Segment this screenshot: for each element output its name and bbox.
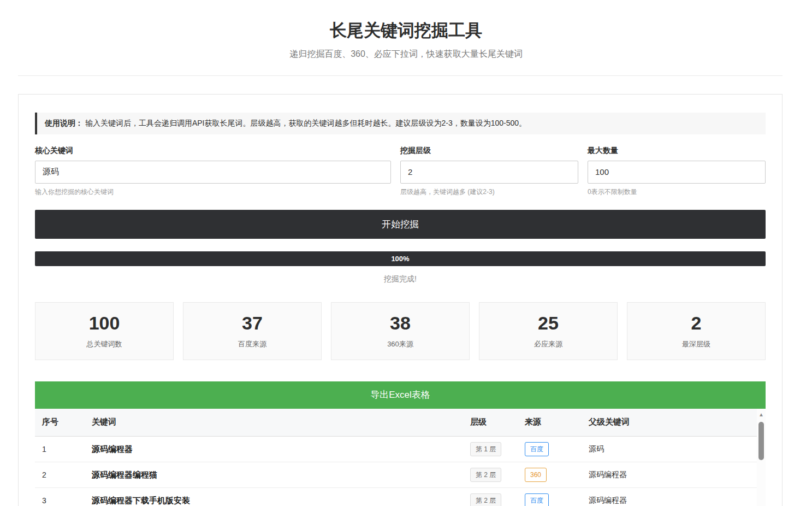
scrollbar-thumb[interactable] — [758, 422, 764, 460]
table-row: 2 源码编程器编程猫 第 2 层 360 源码编程器 — [35, 462, 757, 488]
stat-value: 38 — [331, 313, 469, 333]
mining-form: 核心关键词 输入你想挖掘的核心关键词 挖掘层级 层级越高，关键词越多 (建议2-… — [35, 146, 766, 197]
stat-value: 100 — [35, 313, 173, 333]
progress-bar: 100% — [35, 251, 766, 266]
usage-notice-text: 输入关键词后，工具会递归调用API获取长尾词。层级越高，获取的关键词越多但耗时越… — [85, 119, 526, 127]
header-divider — [18, 75, 783, 76]
cell-index: 2 — [35, 462, 85, 488]
stat-label: 最深层级 — [627, 339, 765, 349]
mining-level-label: 挖掘层级 — [400, 146, 578, 156]
core-keyword-hint: 输入你想挖掘的核心关键词 — [35, 187, 391, 197]
field-core-keyword: 核心关键词 输入你想挖掘的核心关键词 — [35, 146, 391, 197]
stat-max-depth: 2 最深层级 — [627, 302, 766, 360]
source-badge: 百度 — [525, 442, 549, 456]
field-max-count: 最大数量 0表示不限制数量 — [588, 146, 766, 197]
level-badge: 第 1 层 — [470, 442, 501, 456]
page-title: 长尾关键词挖掘工具 — [0, 21, 812, 40]
page-header: 长尾关键词挖掘工具 递归挖掘百度、360、必应下拉词，快速获取大量长尾关键词 — [0, 0, 812, 60]
stat-baidu-source: 37 百度来源 — [183, 302, 322, 360]
mining-level-hint: 层级越高，关键词越多 (建议2-3) — [400, 187, 578, 197]
stat-bing-source: 25 必应来源 — [479, 302, 618, 360]
stat-label: 360来源 — [331, 339, 469, 349]
cell-index: 3 — [35, 488, 85, 506]
header-keyword: 关键词 — [85, 409, 463, 437]
usage-notice-label: 使用说明： — [45, 119, 83, 127]
header-level: 层级 — [463, 409, 518, 437]
table-scrollbar[interactable]: ▲ — [757, 409, 766, 506]
page-subtitle: 递归挖掘百度、360、必应下拉词，快速获取大量长尾关键词 — [0, 49, 812, 60]
progress-percent: 100% — [391, 255, 409, 263]
max-count-input[interactable] — [588, 161, 766, 184]
mining-level-input[interactable] — [400, 161, 578, 184]
results-table: 序号 关键词 层级 来源 父级关键词 1 源码编程器 第 1 层 百度 源码 2 — [35, 409, 757, 506]
start-mining-button[interactable]: 开始挖掘 — [35, 210, 766, 239]
source-badge: 百度 — [525, 493, 549, 506]
stat-value: 37 — [183, 313, 321, 333]
progress-fill: 100% — [35, 251, 766, 266]
max-count-label: 最大数量 — [588, 146, 766, 156]
header-index: 序号 — [35, 409, 85, 437]
stat-value: 25 — [479, 313, 617, 333]
core-keyword-input[interactable] — [35, 161, 391, 184]
cell-keyword: 源码编程器编程猫 — [85, 462, 463, 488]
stat-label: 总关键词数 — [35, 339, 173, 349]
level-badge: 第 2 层 — [470, 468, 501, 482]
stats-row: 100 总关键词数 37 百度来源 38 360来源 25 必应来源 2 最深层… — [35, 302, 766, 360]
results-table-area: 序号 关键词 层级 来源 父级关键词 1 源码编程器 第 1 层 百度 源码 2 — [35, 409, 766, 506]
table-row: 3 源码编程器下载手机版安装 第 2 层 百度 源码编程器 — [35, 488, 757, 506]
usage-notice: 使用说明： 输入关键词后，工具会递归调用API获取长尾词。层级越高，获取的关键词… — [35, 113, 766, 134]
stat-value: 2 — [627, 313, 765, 333]
scroll-up-icon[interactable]: ▲ — [758, 412, 764, 417]
cell-parent-keyword: 源码编程器 — [582, 462, 757, 488]
stat-label: 百度来源 — [183, 339, 321, 349]
export-excel-button[interactable]: 导出Excel表格 — [35, 381, 766, 409]
max-count-hint: 0表示不限制数量 — [588, 187, 766, 197]
cell-keyword: 源码编程器 — [85, 437, 463, 462]
cell-parent-keyword: 源码 — [582, 437, 757, 462]
source-badge: 360 — [525, 468, 547, 482]
header-source: 来源 — [518, 409, 582, 437]
cell-index: 1 — [35, 437, 85, 462]
cell-parent-keyword: 源码编程器 — [582, 488, 757, 506]
progress-status: 挖掘完成! — [35, 274, 766, 284]
main-panel: 使用说明： 输入关键词后，工具会递归调用API获取长尾词。层级越高，获取的关键词… — [18, 94, 783, 506]
stat-360-source: 38 360来源 — [331, 302, 470, 360]
stat-label: 必应来源 — [479, 339, 617, 349]
table-header-row: 序号 关键词 层级 来源 父级关键词 — [35, 409, 757, 437]
core-keyword-label: 核心关键词 — [35, 146, 391, 156]
field-mining-level: 挖掘层级 层级越高，关键词越多 (建议2-3) — [400, 146, 578, 197]
level-badge: 第 2 层 — [470, 493, 501, 506]
cell-keyword: 源码编程器下载手机版安装 — [85, 488, 463, 506]
table-row: 1 源码编程器 第 1 层 百度 源码 — [35, 437, 757, 462]
stat-total-keywords: 100 总关键词数 — [35, 302, 174, 360]
header-parent-keyword: 父级关键词 — [582, 409, 757, 437]
